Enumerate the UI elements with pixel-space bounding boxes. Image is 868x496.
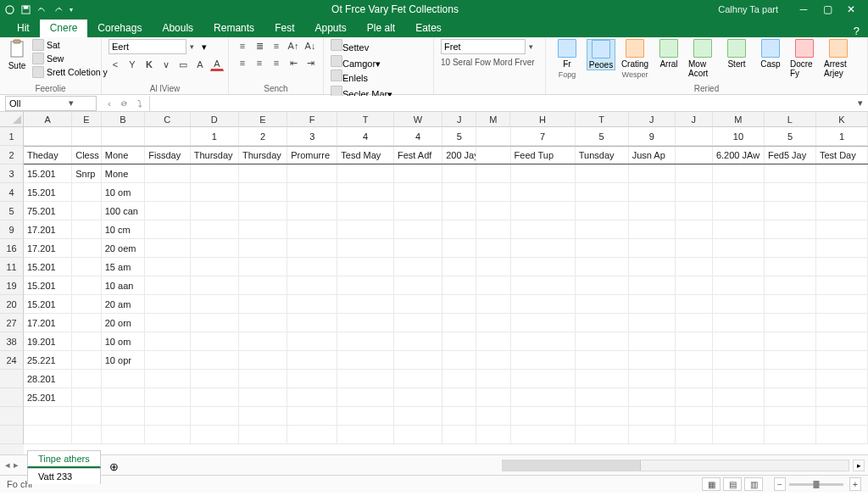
cell[interactable] (442, 388, 476, 407)
cell[interactable] (145, 295, 190, 314)
sheet-nav-last-icon[interactable]: ▸ (14, 460, 19, 471)
cell[interactable] (676, 426, 713, 444)
font-name-input[interactable] (108, 39, 186, 54)
cell[interactable] (629, 426, 676, 444)
cell[interactable]: 5 (442, 127, 476, 146)
cell[interactable]: 15.201 (24, 258, 72, 276)
redo-icon[interactable] (53, 5, 63, 14)
normal-view-icon[interactable]: ▦ (702, 477, 721, 491)
cell[interactable] (765, 258, 816, 276)
cell[interactable] (713, 183, 765, 202)
cell[interactable] (394, 183, 442, 202)
cell[interactable] (145, 314, 190, 332)
cell[interactable] (576, 407, 629, 426)
cell[interactable] (576, 295, 629, 314)
column-header-C3[interactable]: C (145, 112, 190, 127)
cell[interactable]: Fest Adf (394, 147, 442, 164)
cell[interactable]: Test Day (816, 147, 868, 164)
cell[interactable] (576, 164, 629, 183)
cell[interactable] (72, 258, 102, 276)
cell[interactable]: Snrp (72, 164, 102, 183)
cell[interactable] (765, 388, 816, 407)
cell[interactable] (239, 202, 287, 220)
name-box-input[interactable] (6, 98, 65, 109)
cell[interactable]: 1 (816, 127, 868, 146)
cell[interactable] (511, 426, 576, 444)
cell[interactable] (765, 202, 816, 220)
ribbon-tab-hit[interactable]: Hit (7, 20, 40, 37)
cell[interactable] (816, 426, 868, 444)
zoom-slider[interactable] (789, 483, 843, 486)
page-layout-view-icon[interactable]: ▤ (723, 477, 742, 491)
cell[interactable] (287, 164, 337, 183)
cell[interactable] (511, 164, 576, 183)
cell[interactable] (145, 202, 190, 220)
cell[interactable] (816, 239, 868, 258)
row-header[interactable]: 2 (0, 146, 24, 164)
cell[interactable] (676, 295, 713, 314)
editing-button-8[interactable]: Arrest Arjey (824, 39, 853, 78)
ribbon-tab-abouls[interactable]: Abouls (152, 20, 203, 37)
cell[interactable]: 25.201 (24, 388, 72, 407)
cell[interactable] (576, 351, 629, 370)
cell[interactable]: 20 oem (102, 239, 146, 258)
copy-button[interactable]: Sew (32, 53, 108, 64)
cell[interactable] (102, 407, 146, 426)
cell[interactable] (765, 183, 816, 202)
cell[interactable] (337, 183, 394, 202)
row-header[interactable]: 19 (0, 276, 24, 295)
cell[interactable] (476, 202, 510, 220)
font-color-icon[interactable]: A (210, 58, 224, 71)
cell[interactable] (713, 370, 765, 388)
column-header-E5[interactable]: E (239, 112, 287, 127)
cell[interactable] (442, 407, 476, 426)
cell[interactable] (576, 258, 629, 276)
cell[interactable] (442, 295, 476, 314)
text-y-icon[interactable]: Y (125, 58, 139, 71)
bold-icon[interactable]: K (142, 58, 156, 71)
row-header[interactable]: 20 (0, 295, 24, 314)
cell[interactable] (337, 388, 394, 407)
cell[interactable] (576, 332, 629, 351)
cell[interactable]: 7 (511, 127, 576, 146)
cell[interactable] (191, 258, 239, 276)
cell[interactable] (676, 164, 713, 183)
cell[interactable] (576, 220, 629, 239)
cell[interactable]: 28.201 (24, 370, 72, 388)
ribbon-tab-corehags[interactable]: Corehags (87, 20, 152, 37)
cell[interactable]: Tesd May (337, 147, 394, 164)
cell[interactable] (102, 370, 146, 388)
cell[interactable] (676, 258, 713, 276)
column-header-T7[interactable]: T (337, 112, 394, 127)
cell[interactable] (442, 351, 476, 370)
cell[interactable] (629, 239, 676, 258)
cell[interactable]: 200 Jay (442, 147, 476, 164)
row-header[interactable] (0, 370, 24, 388)
row-header[interactable]: 27 (0, 314, 24, 332)
cell[interactable] (816, 258, 868, 276)
cell[interactable]: 10 opr (102, 351, 146, 370)
cell[interactable]: Tunsday (576, 147, 629, 164)
close-button[interactable]: ✕ (839, 0, 863, 19)
cell[interactable]: Thursday (239, 147, 287, 164)
cell[interactable] (676, 388, 713, 407)
cell[interactable]: Mone (102, 164, 146, 183)
cell[interactable] (394, 164, 442, 183)
row-header[interactable] (0, 407, 24, 426)
select-all-corner[interactable] (0, 112, 24, 127)
cell[interactable] (476, 426, 510, 444)
column-header-F6[interactable]: F (287, 112, 337, 127)
cell[interactable] (629, 370, 676, 388)
cell[interactable]: Fed5 Jay (765, 147, 816, 164)
cell[interactable] (442, 164, 476, 183)
cell[interactable] (576, 239, 629, 258)
cell[interactable] (442, 239, 476, 258)
cell[interactable] (191, 295, 239, 314)
zoom-in-icon[interactable]: + (849, 477, 861, 491)
cell[interactable] (511, 183, 576, 202)
cell[interactable] (72, 295, 102, 314)
cell[interactable] (191, 370, 239, 388)
cell[interactable] (576, 183, 629, 202)
cell[interactable] (765, 351, 816, 370)
cell[interactable]: 10 aan (102, 276, 146, 295)
